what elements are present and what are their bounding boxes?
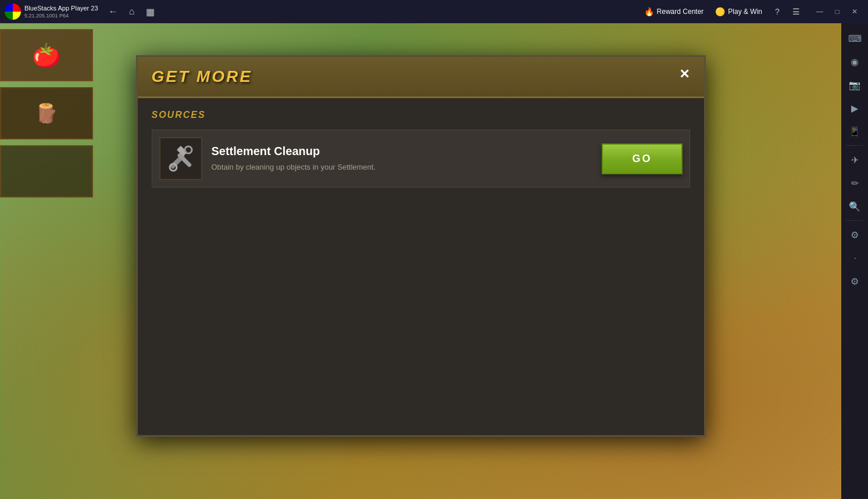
app-version: 5.21.205.1001 P64 (24, 13, 98, 19)
app-name: BlueStacks App Player 23 (24, 5, 98, 12)
maximize-button[interactable]: □ (828, 3, 846, 20)
sidebar-divider-2 (846, 220, 863, 221)
sidebar-phone-button[interactable]: 📱 (844, 121, 865, 142)
sidebar-camera-button[interactable]: 📷 (844, 74, 865, 95)
video-icon: ▶ (851, 103, 858, 114)
dialog-body: SOURCES Settle (138, 98, 704, 435)
tools-icon (165, 143, 197, 174)
window-controls: — □ ✕ (811, 3, 863, 20)
sidebar-divider-1 (846, 145, 863, 146)
flame-icon: 🔥 (644, 7, 654, 16)
reward-center-button[interactable]: 🔥 Reward Center (640, 5, 709, 19)
source-item-settlement: Settlement Cleanup Obtain by cleaning up… (152, 130, 690, 188)
top-bar-right: 🔥 Reward Center 🟡 Play & Win ? ☰ — □ ✕ (640, 3, 863, 20)
close-button[interactable]: ✕ (846, 3, 863, 20)
sidebar-gamepad-button[interactable]: ◉ (844, 51, 865, 72)
sidebar-keyboard-button[interactable]: ⌨ (844, 28, 865, 49)
menu-icon: ☰ (792, 7, 800, 16)
dialog-overlay: GET MORE ✕ SOURCES (0, 23, 841, 499)
sidebar-flight-button[interactable]: ✈ (844, 149, 865, 170)
multi-button[interactable]: ▦ (142, 3, 159, 20)
source-item-name: Settlement Cleanup (212, 145, 593, 158)
gamepad-icon: ◉ (851, 56, 859, 67)
sidebar-more-button[interactable]: ··· (844, 247, 865, 268)
sidebar-video-button[interactable]: ▶ (844, 98, 865, 119)
edit-icon: ✏ (851, 178, 859, 189)
svg-point-4 (185, 146, 192, 153)
help-icon: ? (775, 7, 780, 16)
sidebar-gear2-button[interactable]: ⚙ (844, 271, 865, 292)
more-icon: ··· (854, 255, 855, 261)
multi-icon: ▦ (146, 6, 155, 17)
back-button[interactable]: ← (105, 3, 122, 20)
app-logo: BlueStacks App Player 23 5.21.205.1001 P… (5, 3, 98, 20)
source-item-info: Settlement Cleanup Obtain by cleaning up… (212, 145, 593, 173)
play-win-button[interactable]: 🟡 Play & Win (710, 5, 767, 19)
play-win-label: Play & Win (728, 8, 762, 16)
help-button[interactable]: ? (769, 3, 785, 20)
menu-button[interactable]: ☰ (788, 3, 804, 20)
home-icon: ⌂ (129, 6, 135, 17)
maximize-icon: □ (835, 8, 839, 16)
dialog-header: GET MORE ✕ (138, 57, 704, 98)
sources-header: SOURCES (152, 110, 690, 120)
sidebar-edit-button[interactable]: ✏ (844, 173, 865, 193)
app-info: BlueStacks App Player 23 5.21.205.1001 P… (24, 5, 98, 18)
flight-icon: ✈ (851, 155, 859, 166)
settings-icon: ⚙ (851, 229, 859, 240)
gear2-icon: ⚙ (851, 276, 859, 287)
minimize-button[interactable]: — (811, 3, 828, 20)
bluestacks-logo-icon (5, 3, 21, 20)
search-icon: 🔍 (849, 201, 860, 212)
dialog-close-button[interactable]: ✕ (674, 64, 695, 85)
source-item-icon-box (159, 137, 202, 180)
right-sidebar: ⌨ ◉ 📷 ▶ 📱 ✈ ✏ 🔍 ⚙ ··· ⚙ (841, 23, 868, 499)
go-button[interactable]: GO (602, 143, 682, 174)
camera-icon: 📷 (849, 80, 860, 91)
nav-controls: ← ⌂ ▦ (105, 3, 159, 20)
sidebar-settings-button[interactable]: ⚙ (844, 224, 865, 245)
coin-icon: 🟡 (715, 7, 725, 16)
dialog-close-icon: ✕ (679, 67, 690, 82)
top-bar: BlueStacks App Player 23 5.21.205.1001 P… (0, 0, 868, 23)
keyboard-icon: ⌨ (848, 33, 862, 44)
back-icon: ← (109, 6, 118, 17)
minimize-icon: — (816, 8, 823, 16)
source-item-description: Obtain by cleaning up objects in your Se… (212, 161, 593, 173)
reward-center-label: Reward Center (657, 8, 704, 16)
get-more-dialog: GET MORE ✕ SOURCES (136, 55, 706, 437)
home-button[interactable]: ⌂ (124, 3, 140, 20)
close-icon: ✕ (852, 8, 858, 16)
phone-icon: 📱 (849, 126, 860, 137)
sidebar-search-button[interactable]: 🔍 (844, 196, 865, 217)
dialog-title: GET MORE (152, 67, 252, 85)
